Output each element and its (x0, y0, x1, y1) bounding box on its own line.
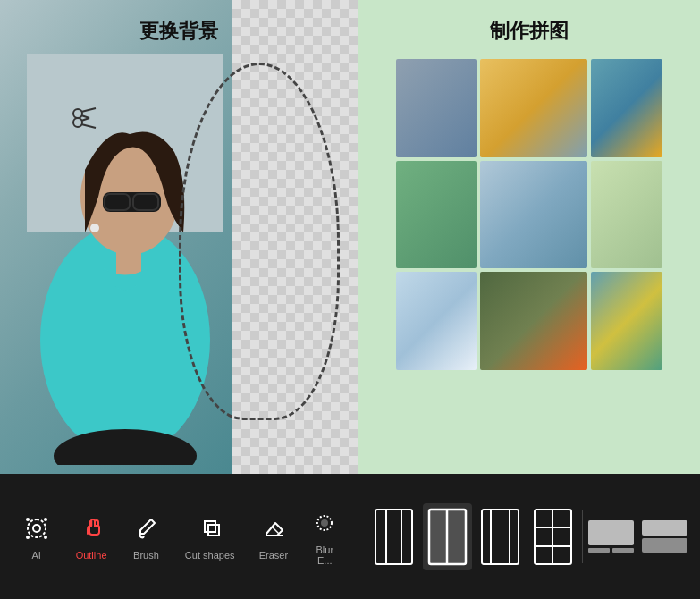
svg-point-16 (33, 525, 40, 532)
svg-point-8 (54, 429, 197, 465)
tool-outline[interactable]: Outline (70, 505, 113, 568)
brush-label: Brush (133, 550, 159, 561)
collage-grid (392, 55, 666, 374)
ai-label: AI (31, 550, 40, 561)
tools-panel: AI Outline Brush (0, 474, 358, 599)
svg-point-18 (44, 518, 47, 521)
svg-point-6 (90, 224, 99, 232)
layout-divider (582, 510, 583, 563)
tool-blur-edge[interactable]: Blur E... (307, 500, 342, 573)
tool-ai[interactable]: AI (15, 505, 58, 568)
layout-option-5[interactable] (586, 503, 636, 570)
svg-point-20 (44, 536, 47, 539)
svg-rect-30 (482, 510, 519, 564)
svg-rect-39 (612, 548, 634, 553)
svg-rect-7 (116, 246, 141, 277)
svg-line-12 (81, 124, 96, 128)
scissors-icon (72, 107, 97, 133)
collage-cell-9[interactable] (591, 272, 662, 370)
svg-rect-38 (588, 548, 610, 553)
layout-option-1[interactable] (369, 503, 418, 570)
collage-cell-4[interactable] (396, 161, 477, 268)
eraser-label: Eraser (259, 550, 288, 561)
ai-icon (21, 512, 53, 544)
svg-point-9 (73, 109, 82, 118)
collage-cell-6[interactable] (591, 161, 662, 268)
right-panel: 制作拼图 (358, 0, 700, 474)
svg-line-22 (272, 527, 279, 534)
svg-rect-4 (105, 194, 130, 210)
collage-cell-3[interactable] (591, 59, 662, 157)
tool-cut-shapes[interactable]: Cut shapes (180, 505, 240, 568)
blur-edge-label: Blur E... (312, 544, 337, 566)
svg-rect-25 (375, 510, 412, 564)
left-panel-title: 更换背景 (0, 18, 358, 45)
collage-cell-2[interactable] (480, 59, 587, 157)
blur-edge-icon (308, 507, 341, 539)
svg-rect-40 (642, 520, 687, 536)
left-panel: 更换背景 (0, 0, 358, 474)
svg-line-11 (81, 108, 96, 112)
layout-option-3[interactable] (476, 503, 525, 570)
svg-point-17 (26, 518, 30, 521)
svg-point-19 (26, 536, 30, 539)
tool-eraser[interactable]: Eraser (252, 505, 295, 568)
svg-rect-41 (642, 538, 687, 553)
svg-rect-15 (28, 519, 46, 537)
layout-option-4[interactable] (528, 503, 578, 570)
svg-point-10 (73, 118, 82, 127)
outline-label: Outline (76, 550, 107, 561)
cut-outline (179, 63, 340, 420)
layout-option-6[interactable] (640, 503, 689, 570)
right-panel-title: 制作拼图 (490, 18, 569, 45)
collage-cell-8[interactable] (480, 272, 587, 370)
svg-point-24 (321, 519, 328, 527)
cut-shapes-label: Cut shapes (185, 550, 235, 561)
outline-icon (75, 512, 107, 544)
collage-cell-7[interactable] (396, 272, 477, 370)
svg-rect-37 (588, 520, 634, 545)
tool-brush[interactable]: Brush (124, 505, 167, 568)
svg-line-14 (81, 118, 89, 121)
collage-cell-5[interactable] (480, 161, 587, 268)
eraser-icon (257, 512, 290, 544)
svg-rect-5 (133, 194, 158, 210)
bottom-toolbar: AI Outline Brush (0, 474, 700, 599)
layout-panel (358, 474, 700, 599)
layout-option-2[interactable] (423, 503, 472, 570)
brush-icon (130, 512, 162, 544)
cut-shapes-icon (194, 512, 226, 544)
collage-cell-1[interactable] (396, 59, 477, 157)
